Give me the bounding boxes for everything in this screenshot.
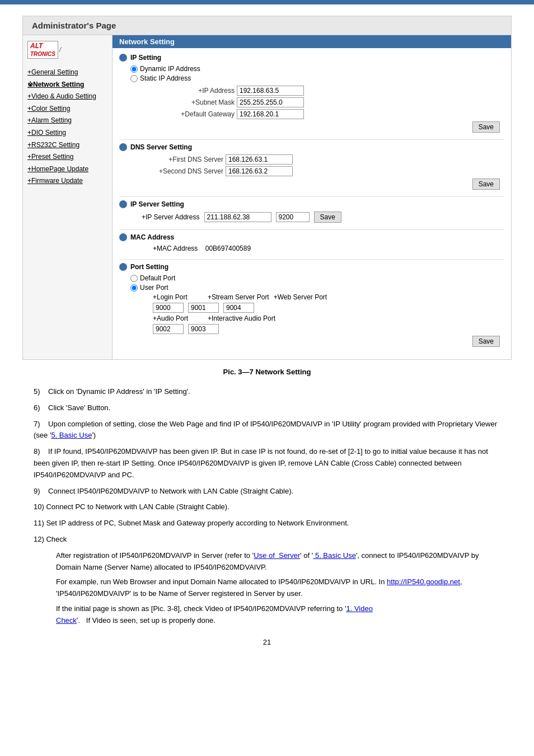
link-5-basic-use-1[interactable]: 5. Basic Use [313,551,356,560]
port-radio-default-input[interactable] [130,275,138,282]
step-10-text: Connect PC to Network with LAN Cable (St… [46,503,229,511]
radio-dynamic-ip[interactable]: Dynamic IP Address [130,65,504,73]
mac-label: MAC Address [130,233,174,241]
first-dns-input[interactable] [226,154,293,165]
radio-static-input[interactable] [130,75,138,82]
step-9: 9) Connect IP540/IP620MDVAIVP to Network… [34,486,500,497]
mac-address-title: MAC Address [119,233,504,241]
ip-save-button[interactable]: Save [472,121,500,133]
login-port-value-row [153,303,504,313]
audio-port-value-row [153,324,504,334]
sidebar-item-dio[interactable]: +DIO Setting [27,127,107,139]
ip-server-row: +IP Server Address Save [142,212,504,223]
port-setting-title: Port Setting [119,263,504,271]
step-6-text: Click 'Save' Button. [48,403,110,412]
link-use-of-server[interactable]: Use of Server [254,551,300,560]
step-6: 6) Click 'Save' Button. [34,402,500,414]
main-layout: ALTTRONICS / +General Setting ※Network S… [22,35,512,360]
interactive-audio-input[interactable] [188,324,219,334]
sidebar-item-firmware[interactable]: +Firmware Update [27,175,107,187]
page-number: 21 [22,638,512,646]
first-dns-row: +First DNS Server [153,154,504,165]
sidebar-item-preset[interactable]: +Preset Setting [27,151,107,163]
step-6-number: 6) [34,403,46,412]
radio-static-label: Static IP Address [140,74,191,82]
figure-caption: Pic. 3—7 Network Setting [22,368,512,376]
step-5: 5) Click on 'Dynamic IP Address' in 'IP … [34,386,500,398]
sidebar-item-rs232c[interactable]: +RS232C Setting [27,139,107,152]
sidebar-item-alarm[interactable]: +Alarm Setting [27,115,107,127]
ip-server-title: IP Server Setting [119,200,504,208]
sidebar-item-network[interactable]: ※Network Setting [27,79,107,91]
ip-fields: +IP Address +Subnet Mask +Default Gatewa… [164,86,504,119]
sidebar-item-video-audio[interactable]: +Video & Audio Setting [27,91,107,103]
mac-value: 00B697400589 [205,245,251,252]
step-7-number: 7) [34,420,46,428]
step-8-text: If IP found, IP540/IP620MDVAIVP has been… [34,447,488,479]
dns-setting-title: DNS Server Setting [119,143,504,151]
link-http-goodip[interactable]: http://IP540.goodip.net [387,577,460,586]
port-grid: +Login Port +Stream Server Port +Web Ser… [153,293,504,334]
logo-alt-text: ALTTRONICS [27,41,58,59]
sidebar: ALTTRONICS / +General Setting ※Network S… [23,35,113,359]
port-section-body: Default Port User Port +Login Port +Stre… [130,274,504,334]
section-header: Network Setting [113,35,511,48]
ip-setting-label: IP Setting [130,54,161,62]
port-save-button[interactable]: Save [472,336,500,347]
login-port-input[interactable] [153,303,184,313]
stream-port-input[interactable] [188,303,219,313]
ip-address-input[interactable] [237,86,304,96]
ip-setting-section: IP Setting Dynamic IP Address Static IP … [119,54,504,133]
step-12-number: 12) [34,535,46,543]
ip-setting-title: IP Setting [119,54,504,62]
web-port-input[interactable] [223,303,254,313]
ip-server-save-button[interactable]: Save [314,212,341,223]
interactive-audio-label: +Interactive Audio Port [208,314,275,322]
subnet-mask-input[interactable] [237,97,304,107]
check-block: After registration of IP540/IP620MDVAIVP… [56,550,500,627]
audio-port-label-row: +Audio Port +Interactive Audio Port [153,314,504,322]
audio-port-label: +Audio Port [153,314,203,322]
sidebar-item-color[interactable]: +Color Setting [27,103,107,115]
mac-field-label: +MAC Address [153,245,198,252]
ip-server-address-input[interactable] [204,212,271,222]
subnet-mask-row: +Subnet Mask [164,97,504,107]
audio-port-input[interactable] [153,324,184,334]
step-12: 12) Check [34,534,500,546]
port-radio-user[interactable]: User Port [130,284,504,292]
step-9-text: Connect IP540/IP620MDVAIVP to Network wi… [48,487,293,495]
logo-slash: / [59,46,61,54]
port-label: Port Setting [130,263,168,271]
admin-header-title: Administrator's Page [32,21,116,30]
step-5-text: Click on 'Dynamic IP Address' in 'IP Set… [48,387,190,396]
gateway-input[interactable] [237,109,304,119]
ip-radio-group: Dynamic IP Address Static IP Address [130,65,504,82]
check-para-3: If the initial page is shown as [Pic. 3-… [56,603,500,627]
step-10: 10) Connect PC to Network with LAN Cable… [34,501,500,513]
port-radio-user-label: User Port [140,284,168,292]
mac-row: +MAC Address 00B697400589 [153,245,504,252]
dns-setting-section: DNS Server Setting +First DNS Server +Se… [119,143,504,190]
ip-server-label: IP Server Setting [130,200,184,208]
first-dns-label: +First DNS Server [153,156,226,163]
second-dns-input[interactable] [226,166,293,176]
sidebar-item-homepage[interactable]: +HomePage Update [27,163,107,176]
dns-label: DNS Server Setting [130,143,192,151]
step-10-number: 10) [34,503,46,511]
ip-address-row: +IP Address [164,86,504,96]
gateway-row: +Default Gateway [164,109,504,119]
radio-static-ip[interactable]: Static IP Address [130,74,504,82]
dns-save-button[interactable]: Save [472,179,500,190]
gateway-label: +Default Gateway [164,110,237,118]
port-radio-user-input[interactable] [130,284,138,292]
step-11-text: Set IP address of PC, Subnet Mask and Ga… [46,519,349,527]
port-radio-default[interactable]: Default Port [130,274,504,282]
link-1-video-check[interactable]: 1. Video Check [56,604,373,624]
radio-dynamic-input[interactable] [130,65,138,73]
sidebar-item-general[interactable]: +General Setting [27,67,107,79]
ip-server-port-input[interactable] [276,212,310,222]
dns-bullet [119,143,127,151]
link-basic-use-step7[interactable]: 5. Basic Use [51,431,92,439]
port-radio-default-label: Default Port [140,274,175,282]
port-setting-section: Port Setting Default Port User Port [119,263,504,347]
